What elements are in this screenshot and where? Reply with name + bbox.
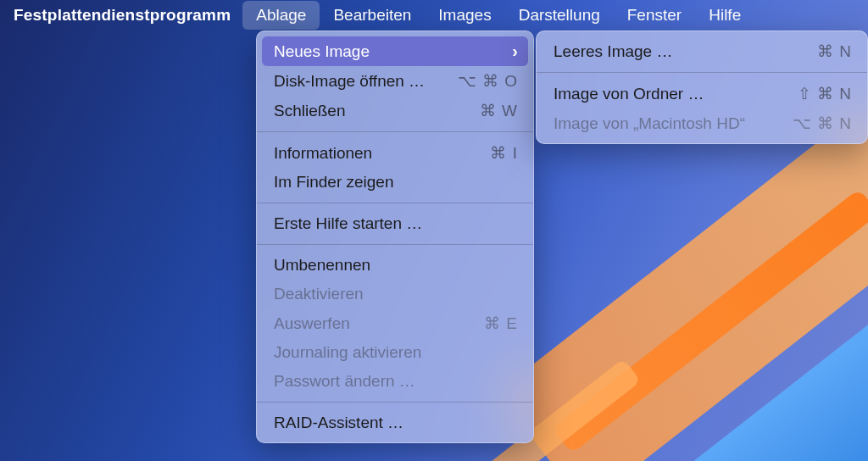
menu-ablage[interactable]: Ablage: [242, 1, 320, 30]
menuitem-raid-assistent[interactable]: RAID-Assistent …: [257, 408, 533, 437]
shortcut: ⌥ ⌘ N: [793, 114, 852, 133]
menuitem-label: Umbenennen: [274, 256, 370, 275]
submenuitem-leeres-image[interactable]: Leeres Image … ⌘ N: [537, 36, 867, 66]
menuitem-journaling-aktivieren: Journaling aktivieren: [257, 338, 533, 367]
menuitem-disk-image-oeffnen[interactable]: Disk-Image öffnen … ⌥ ⌘ O: [257, 66, 533, 96]
menuitem-label: Auswerfen: [274, 314, 350, 333]
menuitem-deaktivieren: Deaktivieren: [257, 280, 533, 308]
neues-image-submenu: Leeres Image … ⌘ N Image von Ordner … ⇧ …: [536, 31, 868, 144]
separator: [257, 203, 533, 203]
menuitem-auswerfen: Auswerfen ⌘ E: [257, 308, 533, 338]
menuitem-erste-hilfe-starten[interactable]: Erste Hilfe starten …: [257, 209, 533, 238]
menubar: Festplattendienstprogramm Ablage Bearbei…: [0, 0, 868, 31]
app-name: Festplattendienstprogramm: [10, 6, 242, 25]
separator: [257, 131, 533, 132]
menuitem-label: Journaling aktivieren: [274, 343, 421, 362]
menuitem-label: Leeres Image …: [554, 42, 672, 61]
shortcut: ⌥ ⌘ O: [458, 71, 518, 91]
separator: [257, 244, 533, 245]
menu-images[interactable]: Images: [425, 1, 504, 30]
menuitem-label: Schließen: [274, 102, 346, 120]
menuitem-schliessen[interactable]: Schließen ⌘ W: [257, 96, 533, 125]
menuitem-label: Im Finder zeigen: [274, 173, 394, 192]
menuitem-im-finder-zeigen[interactable]: Im Finder zeigen: [257, 168, 533, 197]
shortcut: ⌘ N: [817, 42, 852, 61]
menu-darstellung[interactable]: Darstellung: [505, 1, 614, 30]
menu-hilfe[interactable]: Hilfe: [695, 1, 754, 30]
menuitem-label: Neues Image: [274, 42, 370, 61]
menuitem-passwort-aendern: Passwort ändern …: [257, 367, 533, 396]
menuitem-label: Image von „Macintosh HD“: [554, 114, 745, 133]
menuitem-label: Informationen: [274, 144, 372, 163]
menuitem-label: Disk-Image öffnen …: [274, 72, 425, 91]
ablage-menu: Neues Image › Disk-Image öffnen … ⌥ ⌘ O …: [256, 31, 534, 443]
menuitem-neues-image[interactable]: Neues Image ›: [262, 36, 528, 66]
menu-bearbeiten[interactable]: Bearbeiten: [320, 1, 425, 30]
menuitem-label: Deaktivieren: [274, 285, 364, 303]
menuitem-label: Passwort ändern …: [274, 372, 415, 391]
menuitem-label: Image von Ordner …: [554, 85, 704, 103]
chevron-right-icon: ›: [502, 42, 518, 61]
separator: [257, 402, 533, 403]
shortcut: ⇧ ⌘ N: [798, 84, 852, 103]
menuitem-umbenennen[interactable]: Umbenennen: [257, 251, 533, 280]
menuitem-informationen[interactable]: Informationen ⌘ I: [257, 138, 533, 168]
submenuitem-image-von-macintosh-hd: Image von „Macintosh HD“ ⌥ ⌘ N: [537, 108, 867, 138]
separator: [537, 72, 867, 73]
shortcut: ⌘ I: [490, 143, 518, 163]
menuitem-label: RAID-Assistent …: [274, 414, 403, 432]
menu-fenster[interactable]: Fenster: [614, 1, 695, 30]
shortcut: ⌘ E: [484, 314, 518, 333]
submenuitem-image-von-ordner[interactable]: Image von Ordner … ⇧ ⌘ N: [537, 79, 867, 108]
menuitem-label: Erste Hilfe starten …: [274, 214, 422, 233]
shortcut: ⌘ W: [480, 101, 518, 120]
